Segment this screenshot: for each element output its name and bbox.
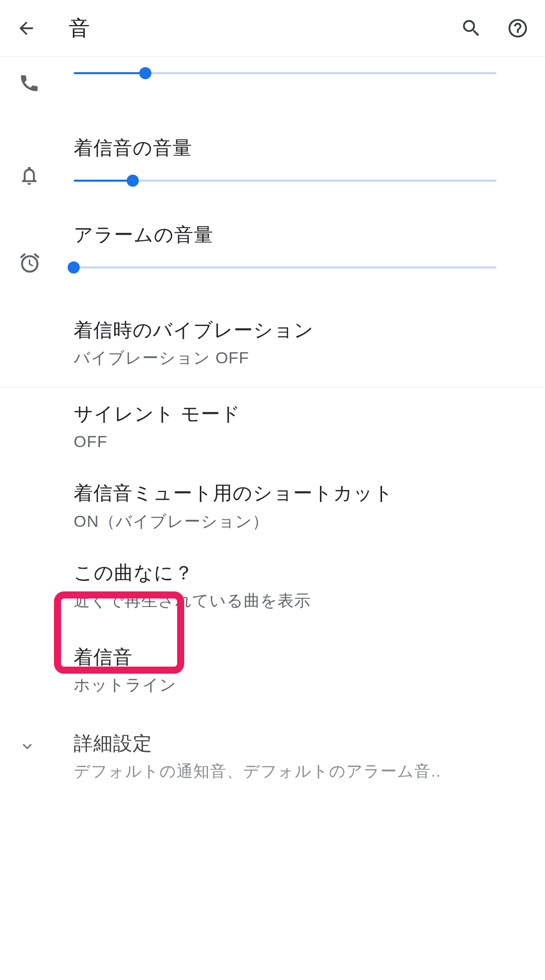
alarm-volume-slider[interactable] xyxy=(74,262,497,273)
setting-title: 着信音ミュート用のショートカット xyxy=(74,480,527,507)
setting-sub: 近くで再生されている曲を表示 xyxy=(74,588,527,613)
ring-volume-row: 着信音の音量 xyxy=(0,124,545,211)
setting-sub: バイブレーション OFF xyxy=(74,346,527,370)
back-button[interactable] xyxy=(14,16,38,40)
page-title: 音 xyxy=(69,14,438,42)
setting-title: この曲なに？ xyxy=(74,560,527,586)
setting-sub: ホットライン xyxy=(74,673,527,697)
slider-thumb[interactable] xyxy=(139,67,151,79)
chevron-down-icon xyxy=(18,737,36,755)
app-header: 音 xyxy=(0,0,545,57)
alarm-icon xyxy=(18,251,41,275)
slider-track xyxy=(74,72,497,74)
setting-title: サイレント モード xyxy=(74,401,527,427)
silent-mode-row[interactable]: サイレント モード OFF xyxy=(0,388,545,467)
search-button[interactable] xyxy=(458,15,484,41)
slider-thumb[interactable] xyxy=(68,261,80,274)
search-icon xyxy=(460,17,482,39)
setting-sub: デフォルトの通知音、デフォルトのアラーム音.. xyxy=(74,759,527,783)
alarm-volume-row: アラームの音量 xyxy=(0,211,545,299)
help-button[interactable] xyxy=(505,15,531,41)
setting-sub: OFF xyxy=(74,429,527,454)
ring-volume-slider[interactable] xyxy=(74,175,497,186)
settings-content: 着信音の音量 アラームの音量 着信時 xyxy=(0,57,545,798)
setting-sub: ON（バイブレーション） xyxy=(74,509,527,533)
slider-track xyxy=(74,266,497,268)
phone-icon xyxy=(18,72,40,94)
now-playing-row[interactable]: この曲なに？ 近くで再生されている曲を表示 xyxy=(0,547,545,626)
ringtone-row[interactable]: 着信音 ホットライン xyxy=(0,626,545,715)
slider-thumb[interactable] xyxy=(127,175,139,187)
call-volume-slider[interactable] xyxy=(74,68,497,79)
ring-volume-label: 着信音の音量 xyxy=(74,135,497,161)
call-volume-row xyxy=(0,61,545,124)
header-actions xyxy=(458,15,531,41)
advanced-row[interactable]: 詳細設定 デフォルトの通知音、デフォルトのアラーム音.. xyxy=(0,715,545,798)
help-icon xyxy=(507,17,529,39)
bell-icon xyxy=(18,165,40,187)
alarm-volume-label: アラームの音量 xyxy=(74,222,497,248)
arrow-left-icon xyxy=(16,18,36,38)
vibrate-row[interactable]: 着信時のバイブレーション バイブレーション OFF xyxy=(0,299,545,387)
setting-title: 着信音 xyxy=(74,644,527,671)
setting-title: 詳細設定 xyxy=(74,730,527,757)
setting-title: 着信時のバイブレーション xyxy=(74,317,527,344)
mute-shortcut-row[interactable]: 着信音ミュート用のショートカット ON（バイブレーション） xyxy=(0,467,545,546)
